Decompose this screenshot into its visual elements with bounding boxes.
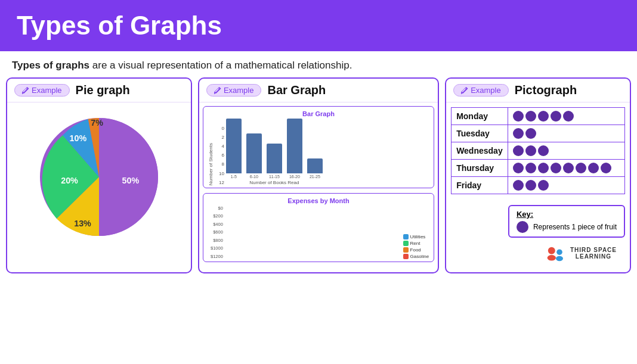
key-wrapper: Key: Represents 1 piece of fruit bbox=[451, 199, 625, 238]
picto-row-wednesday: Wednesday bbox=[452, 142, 625, 160]
dot bbox=[513, 111, 524, 122]
picto-dots-wednesday bbox=[508, 142, 624, 160]
pie-panel-header: Example Pie graph bbox=[7, 79, 191, 102]
picto-example-badge: Example bbox=[453, 84, 509, 97]
picto-panel-body: Monday Tuesday bbox=[446, 102, 630, 272]
dot bbox=[525, 145, 536, 156]
dot bbox=[525, 163, 536, 173]
dot bbox=[525, 128, 536, 139]
bar-chart-box: Bar Graph Number of Students 12 10 8 6 4… bbox=[203, 106, 434, 188]
dots-cell-friday bbox=[513, 180, 620, 191]
pencil-icon bbox=[22, 87, 29, 94]
bar-label-2: 11-15 bbox=[269, 175, 280, 179]
picto-dots-monday bbox=[508, 108, 624, 125]
bar-group-2: 11-15 bbox=[267, 144, 282, 179]
bar-3 bbox=[287, 119, 302, 173]
key-text: Represents 1 piece of fruit bbox=[533, 223, 617, 231]
dot bbox=[513, 128, 524, 139]
bar-group-1: 6-10 bbox=[246, 133, 262, 179]
legend-dot-rent bbox=[403, 241, 409, 246]
dot bbox=[588, 163, 599, 173]
dot bbox=[513, 163, 524, 173]
dot bbox=[538, 180, 549, 191]
bar-example-badge: Example bbox=[206, 84, 262, 97]
bar-label-3: 16-20 bbox=[289, 175, 300, 179]
legend-gasoline: Gasoline bbox=[403, 254, 429, 259]
subtitle-bold: Types of graphs bbox=[12, 60, 89, 71]
bar-2 bbox=[267, 144, 282, 173]
label-13: 13% bbox=[74, 219, 91, 228]
svg-point-2 bbox=[548, 255, 556, 261]
logo-area: THIRD SPACE LEARNING bbox=[451, 240, 625, 267]
pie-panel-title: Pie graph bbox=[76, 83, 130, 97]
logo-line1: THIRD SPACE bbox=[570, 247, 617, 253]
picto-label-thursday: Thursday bbox=[452, 160, 508, 177]
legend-dot-utilities bbox=[403, 234, 409, 239]
legend-food: Food bbox=[403, 247, 429, 253]
picto-row-monday: Monday bbox=[452, 108, 625, 125]
svg-point-0 bbox=[548, 247, 555, 254]
bar-chart-bars: 1-5 6-10 11-15 bbox=[226, 119, 323, 179]
bar-group-3: 16-20 bbox=[287, 119, 302, 179]
bar-y-axis: 12 10 8 6 4 2 0 bbox=[216, 126, 224, 185]
stacked-y-axis: $1200 $1000 $800 $600 $400 $200 $0 bbox=[208, 206, 225, 259]
pencil-icon-picto bbox=[461, 87, 468, 94]
pie-chart-svg: 50% 13% 20% 10% 7% bbox=[33, 111, 165, 242]
pie-chart-container: 50% 13% 20% 10% 7% bbox=[27, 108, 171, 245]
dot bbox=[538, 145, 549, 156]
logo-line2: LEARNING bbox=[576, 253, 611, 260]
dot bbox=[563, 111, 574, 122]
picto-row-thursday: Thursday bbox=[452, 160, 625, 177]
bar-group-0: 1-5 bbox=[226, 119, 242, 179]
dot bbox=[513, 145, 524, 156]
dots-cell-monday bbox=[513, 111, 620, 122]
bar-0 bbox=[226, 119, 242, 173]
key-row: Represents 1 piece of fruit bbox=[517, 221, 617, 233]
dots-cell-thursday bbox=[513, 163, 620, 173]
stacked-chart-area: $1200 $1000 $800 $600 $400 $200 $0 bbox=[208, 206, 429, 259]
picto-panel-header: Example Pictograph bbox=[446, 79, 630, 102]
dot bbox=[551, 163, 561, 173]
legend-dot-food bbox=[403, 247, 409, 253]
bar-chart-wrapper: 12 10 8 6 4 2 0 1-5 bbox=[216, 119, 323, 185]
svg-point-1 bbox=[556, 249, 562, 255]
pie-panel: Example Pie graph bbox=[6, 77, 192, 273]
bar-4 bbox=[307, 158, 323, 173]
dot bbox=[576, 163, 586, 173]
bar-chart-title: Bar Graph bbox=[208, 110, 429, 117]
page-title: Types of Graphs bbox=[17, 11, 620, 41]
label-10: 10% bbox=[69, 133, 86, 143]
panels-row: Example Pie graph bbox=[0, 77, 637, 279]
picto-label-tuesday: Tuesday bbox=[452, 125, 508, 142]
picto-dots-friday bbox=[508, 177, 624, 194]
label-20: 20% bbox=[61, 176, 78, 185]
bar-panel-body: Bar Graph Number of Students 12 10 8 6 4… bbox=[199, 102, 438, 266]
subtitle-bar: Types of graphs are a visual representat… bbox=[0, 51, 637, 77]
picto-row-friday: Friday bbox=[452, 177, 625, 194]
picto-table: Monday Tuesday bbox=[451, 107, 625, 194]
dot bbox=[538, 163, 549, 173]
subtitle-rest: are a visual representation of a mathema… bbox=[89, 60, 352, 71]
stacked-legend: Utilities Rent Food Gasoline bbox=[403, 234, 429, 259]
picto-row-tuesday: Tuesday bbox=[452, 125, 625, 142]
dot bbox=[525, 111, 536, 122]
key-dot bbox=[517, 221, 528, 233]
dot bbox=[551, 111, 561, 122]
slice-50-part2 bbox=[99, 177, 158, 236]
logo-text: THIRD SPACE LEARNING bbox=[570, 247, 617, 260]
dots-cell-wednesday bbox=[513, 145, 620, 156]
key-title: Key: bbox=[517, 210, 533, 219]
bar-x-label: Number of Books Read bbox=[249, 180, 299, 185]
dot bbox=[525, 180, 536, 191]
bar-label-0: 1-5 bbox=[231, 175, 237, 179]
svg-point-3 bbox=[556, 256, 563, 261]
dot bbox=[601, 163, 611, 173]
logo-icon bbox=[545, 242, 567, 264]
bar-chart-inner: 1-5 6-10 11-15 bbox=[226, 119, 323, 185]
pie-example-badge: Example bbox=[14, 84, 70, 97]
legend-utilities: Utilities bbox=[403, 234, 429, 239]
legend-dot-gasoline bbox=[403, 254, 409, 259]
pie-panel-body: 50% 13% 20% 10% 7% bbox=[7, 102, 191, 251]
bar-y-label: Number of Students bbox=[208, 143, 214, 185]
key-box: Key: Represents 1 piece of fruit bbox=[508, 205, 625, 238]
